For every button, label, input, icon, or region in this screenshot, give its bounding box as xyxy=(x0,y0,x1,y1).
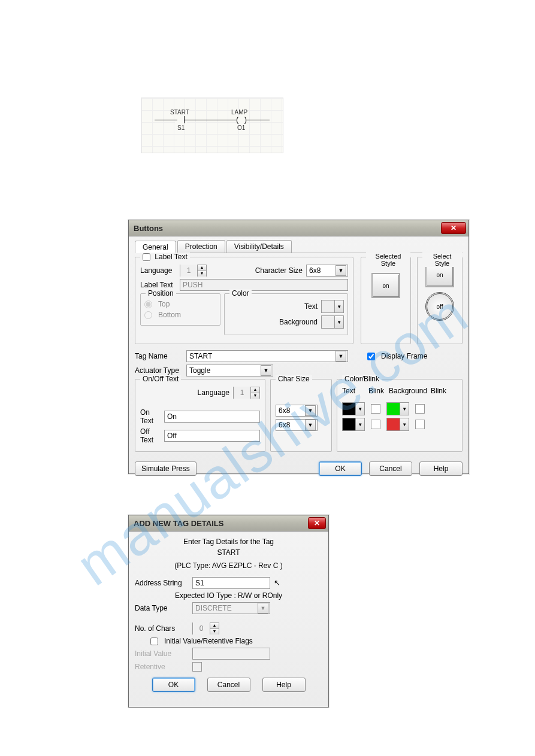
plc-type-info: (PLC Type: AVG EZPLC - Rev C ) xyxy=(135,561,322,570)
chevron-down-icon: ▼ xyxy=(334,316,343,328)
add-tag-dialog: ADD NEW TAG DETAILS ✕ Enter Tag Details … xyxy=(128,515,329,708)
position-top-label: Top xyxy=(158,300,170,308)
contact-icon xyxy=(175,116,187,123)
tag-name-combo[interactable]: START ▼ xyxy=(186,350,348,362)
retentive-label: Retentive xyxy=(135,663,189,671)
chevron-down-icon: ▼ xyxy=(261,365,271,376)
ladder-rung xyxy=(155,120,270,120)
on-text-label: On Text xyxy=(140,408,161,425)
position-top-radio[interactable] xyxy=(144,300,152,308)
off-text-blink-checkbox[interactable] xyxy=(371,420,380,429)
simulate-press-button[interactable]: Simulate Press xyxy=(135,462,197,476)
off-bg-color-picker[interactable]: ▼ xyxy=(386,418,409,431)
contact-label-bottom: S1 xyxy=(177,125,185,131)
display-frame-label: Display Frame xyxy=(381,352,427,360)
tab-general[interactable]: General xyxy=(135,241,176,253)
cancel-button[interactable]: Cancel xyxy=(207,678,250,692)
language-spinner[interactable]: ▲▼ xyxy=(180,265,207,277)
chevron-down-icon: ▼ xyxy=(400,403,409,415)
position-bottom-label: Bottom xyxy=(158,311,181,319)
color-text-label: Text xyxy=(304,302,318,311)
color-blink-legend: Color/Blink xyxy=(342,375,382,383)
tab-visibility[interactable]: Visibility/Details xyxy=(226,240,292,253)
char-size-legend: Char Size xyxy=(276,375,312,383)
chevron-down-icon: ▼ xyxy=(335,351,346,362)
ok-button[interactable]: OK xyxy=(152,678,195,692)
style-option-on-label: on xyxy=(436,272,443,278)
label-text-label: Label Text xyxy=(140,281,176,289)
language-value[interactable] xyxy=(180,265,197,277)
style-option-round[interactable]: off xyxy=(425,292,454,321)
cb-blink2-header: Blink xyxy=(431,387,446,395)
help-button[interactable]: Help xyxy=(419,462,463,476)
chevron-down-icon: ▼ xyxy=(400,418,409,430)
off-text-color-picker[interactable]: ▼ xyxy=(342,418,365,431)
spin-up-icon[interactable]: ▲ xyxy=(250,387,259,393)
no-of-chars-value[interactable] xyxy=(193,623,210,634)
address-string-input[interactable] xyxy=(192,577,270,589)
spin-up-icon[interactable]: ▲ xyxy=(197,265,206,271)
actuator-label: Actuator Type xyxy=(135,366,183,375)
initial-value-input[interactable] xyxy=(192,648,270,660)
on-bg-color-swatch xyxy=(387,403,400,415)
display-frame-checkbox[interactable] xyxy=(367,353,375,360)
bg-color-picker[interactable]: ▼ xyxy=(321,315,344,329)
cancel-button[interactable]: Cancel xyxy=(369,462,412,476)
off-char-size-value: 6x8 xyxy=(279,421,290,429)
chevron-down-icon: ▼ xyxy=(355,403,364,415)
color-group: Color Text ▼ Background ▼ xyxy=(224,293,348,335)
dialog-title: ADD NEW TAG DETAILS xyxy=(134,519,223,528)
tag-intro-2: START xyxy=(135,548,322,557)
position-bottom-radio[interactable] xyxy=(144,311,152,319)
text-color-picker[interactable]: ▼ xyxy=(321,300,344,313)
selected-style-group: Selected Style on xyxy=(361,257,411,344)
actuator-value: Toggle xyxy=(189,366,210,375)
spin-down-icon[interactable]: ▼ xyxy=(250,393,259,399)
on-text-input[interactable] xyxy=(164,411,260,423)
spin-down-icon[interactable]: ▼ xyxy=(210,629,219,634)
off-text-label: Off Text xyxy=(140,427,161,444)
on-bg-blink-checkbox[interactable] xyxy=(415,404,425,414)
on-char-size-combo[interactable]: 6x8 ▼ xyxy=(276,405,318,417)
language-label: Language xyxy=(140,266,176,275)
onoff-language-spinner[interactable]: ▲▼ xyxy=(233,387,260,399)
color-blink-group: Color/Blink Text Blink Background Blink … xyxy=(337,379,463,452)
selected-style-preview[interactable]: on xyxy=(371,273,400,298)
label-text-input[interactable] xyxy=(180,279,348,291)
off-bg-blink-checkbox[interactable] xyxy=(415,420,425,429)
on-char-size-value: 6x8 xyxy=(279,406,290,415)
help-button[interactable]: Help xyxy=(262,678,306,692)
off-text-input[interactable] xyxy=(164,430,260,442)
address-string-label: Address String xyxy=(135,579,189,587)
on-text-blink-checkbox[interactable] xyxy=(371,404,380,414)
no-of-chars-label: No. of Chars xyxy=(135,624,189,633)
label-text-enable-checkbox[interactable] xyxy=(143,253,150,261)
initial-value-flags-checkbox[interactable] xyxy=(150,637,158,645)
on-text-color-picker[interactable]: ▼ xyxy=(342,402,365,415)
titlebar[interactable]: Buttons ✕ xyxy=(129,220,468,236)
tab-protection[interactable]: Protection xyxy=(177,240,225,253)
color-bg-label: Background xyxy=(279,318,318,326)
off-char-size-combo[interactable]: 6x8 ▼ xyxy=(276,419,318,431)
spin-up-icon[interactable]: ▲ xyxy=(210,623,219,629)
chevron-down-icon: ▼ xyxy=(305,405,316,416)
contact-label-top: START xyxy=(170,109,189,116)
char-size-group: Char Size 6x8 ▼ 6x8 ▼ xyxy=(270,379,332,452)
close-button[interactable]: ✕ xyxy=(308,517,326,529)
onoff-language-value[interactable] xyxy=(234,387,250,399)
no-of-chars-spinner[interactable]: ▲▼ xyxy=(192,623,219,634)
retentive-checkbox[interactable] xyxy=(192,662,202,672)
selected-style-legend: Selected Style xyxy=(366,253,410,267)
actuator-combo[interactable]: Toggle ▼ xyxy=(186,365,273,377)
char-size-combo[interactable]: 6x8 ▼ xyxy=(306,265,348,277)
spin-down-icon[interactable]: ▼ xyxy=(197,271,206,277)
onoff-text-legend: On/Off Text xyxy=(140,375,181,383)
titlebar[interactable]: ADD NEW TAG DETAILS ✕ xyxy=(129,515,328,532)
data-type-combo[interactable]: DISCRETE ▼ xyxy=(192,602,270,614)
style-option-off-label: off xyxy=(437,303,443,310)
coil-label-bottom: O1 xyxy=(237,125,245,131)
on-bg-color-picker[interactable]: ▼ xyxy=(386,402,409,415)
close-button[interactable]: ✕ xyxy=(441,222,466,234)
ok-button[interactable]: OK xyxy=(319,462,362,476)
chevron-down-icon: ▼ xyxy=(335,265,346,276)
